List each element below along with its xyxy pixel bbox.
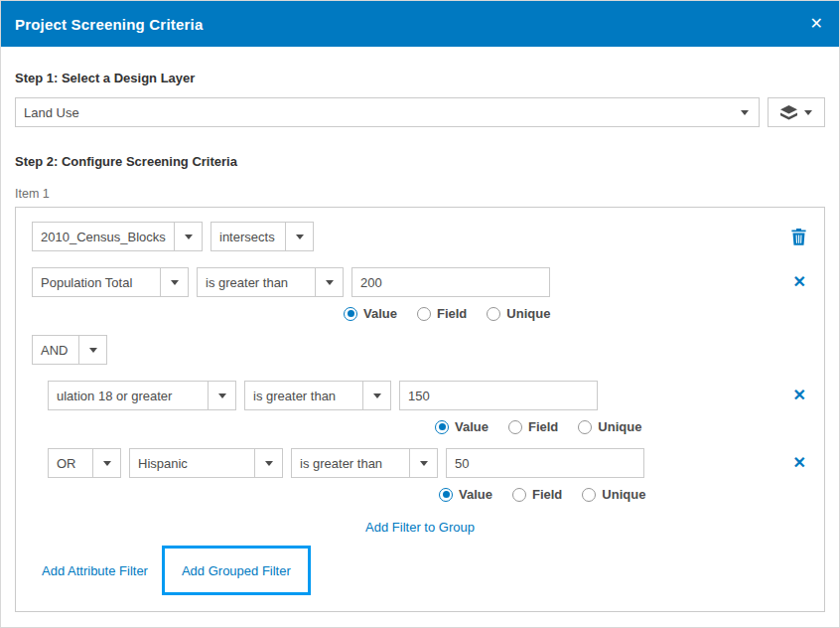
target-layer-select[interactable]: 2010_Census_Blocks xyxy=(32,222,203,251)
radio-unselected-icon[interactable] xyxy=(582,488,596,502)
filter3-logic-select[interactable]: OR xyxy=(48,448,121,478)
filter1-field-select[interactable]: Population Total xyxy=(32,267,189,297)
design-layer-select[interactable]: Land Use xyxy=(15,97,760,127)
filter1-radio-unique[interactable]: Unique xyxy=(487,306,550,321)
filter2-radio-unique[interactable]: Unique xyxy=(578,419,641,434)
radio-unique-label: Unique xyxy=(506,306,550,321)
spatial-filter-row: 2010_Census_Blocks intersects xyxy=(32,222,808,251)
radio-value-label: Value xyxy=(363,306,397,321)
chevron-down-icon[interactable] xyxy=(78,336,106,364)
remove-filter3-button[interactable]: ✕ xyxy=(791,453,808,473)
chevron-down-icon[interactable] xyxy=(174,223,202,250)
target-layer-select-value: 2010_Census_Blocks xyxy=(33,230,174,244)
add-grouped-filter-link[interactable]: Add Grouped Filter xyxy=(182,563,291,578)
layers-icon xyxy=(780,105,797,120)
remove-filter2-button[interactable]: ✕ xyxy=(791,386,808,405)
filter3-radio-field[interactable]: Field xyxy=(512,487,562,502)
dialog-body: Step 1: Select a Design Layer Land Use S… xyxy=(1,71,839,628)
attribute-filter-row-1: Population Total is greater than ✕ xyxy=(32,267,808,297)
radio-selected-icon[interactable] xyxy=(439,488,453,502)
close-icon: ✕ xyxy=(793,274,806,290)
filter1-radio-field[interactable]: Field xyxy=(417,306,467,321)
spatial-operator-select-value: intersects xyxy=(211,230,285,244)
item1-box: 2010_Census_Blocks intersects Population… xyxy=(15,207,825,612)
layer-options-button[interactable] xyxy=(768,97,825,127)
add-filter-to-group-row: Add Filter to Group xyxy=(32,518,808,536)
radio-value-label: Value xyxy=(455,419,489,434)
radio-unselected-icon[interactable] xyxy=(508,420,522,434)
add-grouped-filter-highlight: Add Grouped Filter xyxy=(162,546,311,595)
radio-unselected-icon[interactable] xyxy=(417,307,431,321)
dialog-title: Project Screening Criteria xyxy=(15,16,203,33)
trash-icon xyxy=(791,229,806,245)
filter3-value-input[interactable] xyxy=(446,448,644,478)
filter3-radio-value[interactable]: Value xyxy=(439,487,492,502)
filter1-radio-value[interactable]: Value xyxy=(344,306,397,321)
chevron-down-icon[interactable] xyxy=(254,449,282,477)
step2-heading: Step 2: Configure Screening Criteria xyxy=(15,154,825,169)
chevron-down-icon[interactable] xyxy=(731,98,759,126)
spatial-operator-select[interactable]: intersects xyxy=(210,222,314,251)
filter2-field-select-value: ulation 18 or greater xyxy=(49,389,208,403)
remove-filter1-button[interactable]: ✕ xyxy=(791,272,808,292)
radio-unselected-icon[interactable] xyxy=(578,420,592,434)
filter3-radio-unique[interactable]: Unique xyxy=(582,487,645,502)
close-icon: ✕ xyxy=(793,388,806,403)
chevron-down-icon[interactable] xyxy=(409,449,437,477)
design-layer-select-value: Land Use xyxy=(16,105,731,120)
chevron-down-icon[interactable] xyxy=(804,110,812,115)
chevron-down-icon[interactable] xyxy=(285,223,313,250)
delete-item-button[interactable] xyxy=(789,227,808,247)
filter-actions-row: Add Attribute Filter Add Grouped Filter xyxy=(32,546,808,595)
add-filter-to-group-link[interactable]: Add Filter to Group xyxy=(365,520,475,535)
filter3-field-select-value: Hispanic xyxy=(130,456,254,471)
filter3-operator-select[interactable]: is greater than xyxy=(291,448,438,478)
filter2-field-select[interactable]: ulation 18 or greater xyxy=(48,381,236,410)
radio-field-label: Field xyxy=(437,306,467,321)
radio-selected-icon[interactable] xyxy=(344,307,357,321)
filter2-radio-field[interactable]: Field xyxy=(508,419,558,434)
filter1-field-select-value: Population Total xyxy=(33,275,160,290)
attribute-filter-row-3: OR Hispanic is greater than ✕ xyxy=(48,448,808,478)
step1-heading: Step 1: Select a Design Layer xyxy=(15,71,825,85)
close-icon[interactable]: ✕ xyxy=(810,16,823,32)
filter3-operator-select-value: is greater than xyxy=(292,456,409,471)
filter2-value-input[interactable] xyxy=(399,381,598,410)
radio-unselected-icon[interactable] xyxy=(487,307,500,321)
filter2-radio-value[interactable]: Value xyxy=(435,419,489,434)
chevron-down-icon[interactable] xyxy=(315,268,343,296)
dialog-header: Project Screening Criteria ✕ xyxy=(1,1,839,47)
radio-value-label: Value xyxy=(459,487,492,502)
attribute-filter-row-2: ulation 18 or greater is greater than ✕ xyxy=(48,381,808,410)
group-operator-select[interactable]: AND xyxy=(32,335,107,365)
filter1-mode-radio-group: Value Field Unique xyxy=(344,306,808,321)
group-operator-row: AND xyxy=(32,335,808,365)
chevron-down-icon[interactable] xyxy=(160,268,188,296)
chevron-down-icon[interactable] xyxy=(362,382,390,409)
chevron-down-icon[interactable] xyxy=(92,449,120,477)
filter2-mode-radio-group: Value Field Unique xyxy=(435,419,808,434)
filter3-field-select[interactable]: Hispanic xyxy=(129,448,283,478)
chevron-down-icon[interactable] xyxy=(208,382,235,409)
filter2-operator-select[interactable]: is greater than xyxy=(244,381,391,410)
filter3-mode-radio-group: Value Field Unique xyxy=(439,487,808,502)
item1-label: Item 1 xyxy=(15,187,825,201)
design-layer-row: Land Use xyxy=(15,97,825,127)
radio-field-label: Field xyxy=(532,487,562,502)
group-operator-select-value: AND xyxy=(33,343,78,358)
filter2-operator-select-value: is greater than xyxy=(245,389,362,403)
radio-selected-icon[interactable] xyxy=(435,420,449,434)
radio-unique-label: Unique xyxy=(602,487,645,502)
radio-unique-label: Unique xyxy=(598,419,641,434)
radio-unselected-icon[interactable] xyxy=(512,488,526,502)
filter3-logic-select-value: OR xyxy=(49,456,92,471)
add-attribute-filter-link[interactable]: Add Attribute Filter xyxy=(42,563,148,578)
filter1-operator-select-value: is greater than xyxy=(198,275,315,290)
filter1-value-input[interactable] xyxy=(351,267,550,297)
radio-field-label: Field xyxy=(528,419,558,434)
filter1-operator-select[interactable]: is greater than xyxy=(197,267,344,297)
close-icon: ✕ xyxy=(793,455,806,471)
